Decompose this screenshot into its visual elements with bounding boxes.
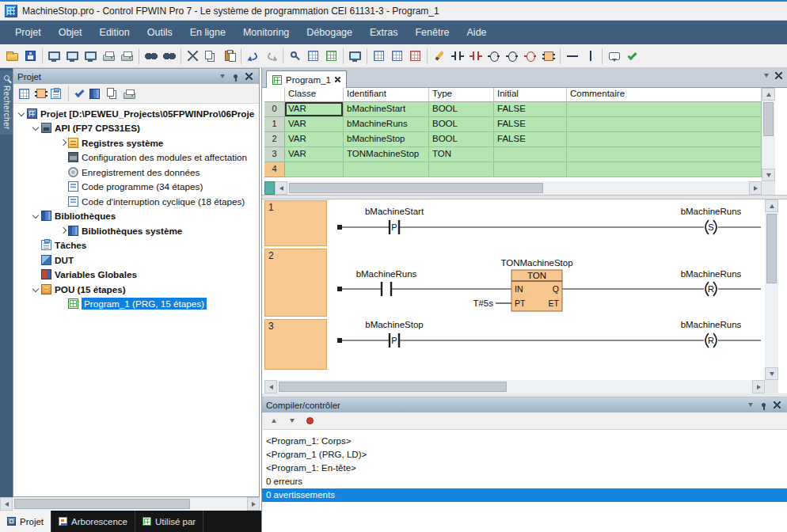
variable-table-vscrollbar[interactable]	[762, 88, 775, 181]
comment-button[interactable]	[605, 47, 623, 66]
table-cell[interactable]: VAR	[285, 132, 344, 147]
panel-close-button[interactable]	[243, 70, 255, 82]
menu-projet[interactable]: Projet	[6, 21, 50, 44]
ladder-canvas[interactable]: P bMachineStart S bMachineRuns TONMachin…	[327, 200, 765, 380]
ladder-vscrollbar[interactable]	[765, 200, 778, 380]
scroll-right-button[interactable]	[752, 380, 765, 393]
print-project-button[interactable]	[121, 86, 138, 102]
column-header-classe[interactable]: Classe	[285, 88, 344, 102]
contact-label[interactable]: bMachineStop	[365, 320, 424, 329]
table-cell[interactable]	[344, 162, 429, 177]
ladder-rung-2[interactable]: TONMachineStop bMachineRuns TON IN Q PT	[337, 258, 761, 311]
panel-menu-button[interactable]	[216, 70, 228, 82]
coil-set-button[interactable]	[503, 47, 521, 66]
scroll-left-button[interactable]	[264, 380, 277, 393]
tab-rechercher[interactable]: Rechercher	[0, 70, 13, 135]
split-handle[interactable]	[264, 181, 275, 195]
rung-2-header[interactable]: 2	[264, 249, 327, 317]
row-header-cell[interactable]: 1	[264, 117, 285, 132]
chevron-down-icon[interactable]	[764, 74, 769, 78]
print-preview-button[interactable]	[118, 47, 136, 66]
new-task-button[interactable]	[49, 86, 66, 102]
menu-debogage[interactable]: Débogage	[298, 21, 361, 44]
vertical-line-button[interactable]	[581, 47, 599, 66]
libraries-button[interactable]	[88, 86, 105, 102]
panel-pin-button[interactable]	[230, 70, 241, 82]
check-code-button[interactable]	[623, 47, 641, 66]
tree-item-libraries[interactable]: Bibliothèques	[13, 209, 259, 224]
function-block-button[interactable]	[539, 47, 557, 66]
scroll-up-button[interactable]	[762, 88, 775, 101]
tree-item-project-root[interactable]: Projet [D:\PEWEU_Projects\05FPWINPro\06P…	[13, 106, 259, 121]
tree-item-program-1[interactable]: Program_1 (PRG, 15 étapes)	[13, 297, 259, 312]
tab-arborescence[interactable]: Arborescence	[51, 511, 135, 532]
project-tree-hscrollbar[interactable]	[0, 497, 260, 511]
ladder-hscrollbar[interactable]	[264, 380, 765, 393]
tab-projet[interactable]: Projet	[0, 511, 51, 532]
tree-item-data-recording[interactable]: Enregistrement des données	[13, 165, 259, 180]
menu-extras[interactable]: Extras	[361, 21, 406, 44]
scroll-thumb[interactable]	[766, 214, 777, 283]
next-message-button[interactable]	[283, 412, 300, 429]
tree-item-interrupt-code[interactable]: Code d'interruption cyclique (18 étapes)	[13, 194, 259, 209]
table-cell[interactable]	[494, 147, 567, 162]
coil-label[interactable]: bMachineRuns	[681, 320, 742, 329]
export-button[interactable]	[105, 86, 121, 102]
scroll-down-button[interactable]	[762, 169, 775, 181]
rung-3-header[interactable]: 3	[264, 319, 327, 370]
horizontal-line-button[interactable]	[563, 47, 581, 66]
tree-item-api[interactable]: API (FP7 CPS31ES)	[13, 121, 259, 136]
contact-open-button[interactable]	[448, 47, 466, 66]
menu-edition[interactable]: Edition	[91, 21, 139, 44]
scroll-right-button[interactable]	[247, 497, 260, 511]
tree-item-dut[interactable]: DUT	[13, 253, 259, 268]
tree-item-tasks[interactable]: Tâches	[13, 238, 259, 253]
save-project-button[interactable]	[21, 47, 40, 66]
chevron-expanded-icon[interactable]	[17, 108, 27, 119]
compile-message-selected[interactable]: 0 avertissements	[262, 488, 787, 502]
menu-en-ligne[interactable]: En ligne	[181, 21, 234, 44]
scroll-thumb[interactable]	[289, 183, 543, 193]
tree-item-global-variables[interactable]: Variables Globales	[13, 268, 259, 283]
panel-menu-button[interactable]	[744, 399, 756, 411]
table-cell[interactable]: FALSE	[494, 132, 567, 147]
tree-item-system-libraries[interactable]: Bibliothèques système	[13, 223, 259, 238]
project-browser-button[interactable]	[160, 47, 178, 66]
tab-utilise-par[interactable]: Utilisé par	[135, 511, 203, 532]
table-cell[interactable]: TON	[429, 147, 494, 162]
compile-message[interactable]: <Program_1: En-tête>	[262, 462, 787, 475]
grid-toggle-button[interactable]	[322, 47, 340, 66]
scroll-left-button[interactable]	[275, 181, 287, 195]
print-button[interactable]	[100, 47, 118, 66]
column-header-identifiant[interactable]: Identifiant	[344, 88, 429, 102]
scroll-right-button[interactable]	[749, 181, 762, 195]
table-cell[interactable]	[567, 162, 762, 177]
timer-instance-label[interactable]: TONMachineStop	[500, 258, 572, 268]
contact-label[interactable]: bMachineRuns	[356, 269, 417, 279]
table-cell[interactable]	[567, 117, 762, 132]
chevron-expanded-icon[interactable]	[31, 123, 41, 133]
table-cell[interactable]: BOOL	[429, 102, 494, 117]
menu-aide[interactable]: Aide	[458, 21, 496, 44]
rung-1-header[interactable]: 1	[264, 200, 327, 246]
panel-pin-button[interactable]	[758, 399, 770, 411]
table-cell[interactable]: VAR	[285, 147, 344, 162]
scroll-track[interactable]	[765, 212, 778, 367]
compile-message[interactable]: <Program_1 (PRG, LD)>	[262, 448, 787, 462]
online-mode-button[interactable]	[346, 47, 364, 66]
corner-header-cell[interactable]	[264, 88, 285, 102]
tab-program-1[interactable]: Program_1	[266, 70, 347, 88]
scroll-track[interactable]	[277, 380, 752, 393]
table-cell[interactable]	[567, 132, 762, 147]
scroll-down-button[interactable]	[765, 367, 778, 380]
edit-pen-button[interactable]	[430, 47, 448, 66]
chevron-expanded-icon[interactable]	[31, 211, 41, 221]
scroll-thumb[interactable]	[763, 102, 774, 136]
table-cell[interactable]: BOOL	[429, 132, 494, 147]
tree-item-system-registers[interactable]: Registres système	[13, 135, 259, 150]
column-header-type[interactable]: Type	[429, 88, 494, 102]
delete-network-button[interactable]	[406, 47, 424, 66]
table-cell[interactable]	[429, 162, 494, 177]
ladder-rung-3[interactable]: P bMachineStop R bMachineRuns	[337, 320, 761, 348]
tree-item-program-code[interactable]: Code programme (34 étapes)	[13, 180, 259, 195]
